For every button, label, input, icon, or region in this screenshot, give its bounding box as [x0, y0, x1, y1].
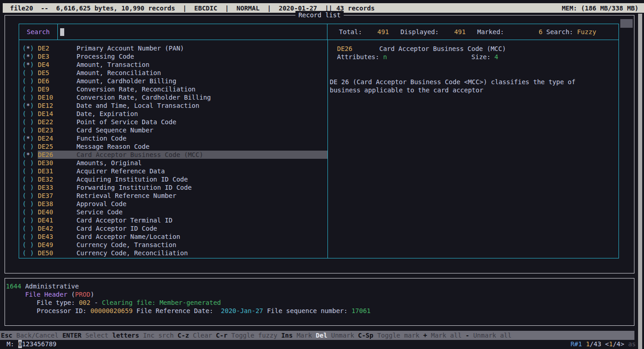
list-item[interactable]: ( )DE22Point of Service Data Code — [19, 118, 327, 126]
preview-line: File Header (PROD) — [6, 290, 634, 298]
list-item[interactable]: ( )DE38Approval Code — [19, 200, 327, 208]
key-hint: - Unmark all — [465, 331, 516, 339]
key-hint: Del Unmark — [316, 331, 358, 339]
mark-checkbox: (*) — [22, 134, 38, 142]
detail-description-line1: DE 26 (Card Acceptor Business Code <MCC>… — [328, 78, 618, 86]
mark-checkbox: ( ) — [22, 192, 38, 200]
mark-checkbox: ( ) — [22, 142, 38, 151]
key-hint: letters Inc srch — [112, 331, 177, 339]
detail-attributes: Attributes: n Size: 4 — [328, 53, 618, 61]
key-hint: Esc Back/Cancel — [1, 331, 62, 339]
list-item[interactable]: (*)DE2Primary Account Number (PAN) — [19, 44, 327, 52]
detail-panel: DE26 Card Acceptor Business Code (MCC) A… — [328, 40, 618, 258]
key-hint: + Mark all — [423, 331, 465, 339]
list-item[interactable]: (*)DE24Function Code — [19, 134, 327, 142]
list-item[interactable]: ( )DE25Message Reason Code — [19, 142, 327, 151]
search-input[interactable] — [58, 24, 327, 40]
mark-checkbox: ( ) — [22, 77, 38, 85]
mark-checkbox: (*) — [22, 101, 38, 110]
record-preview: 1644 Administrative File Header (PROD) F… — [5, 278, 634, 326]
list-item[interactable]: ( )DE49Currency Code, Transaction — [19, 241, 327, 249]
mark-checkbox: ( ) — [22, 69, 38, 77]
list-item[interactable]: ( )DE43Card Acceptor Name/Location — [19, 233, 327, 241]
mark-digits: 123456789 — [22, 340, 56, 348]
list-item[interactable]: (*)DE4Amount, Transaction — [19, 61, 327, 69]
keybinding-bar: Esc Back/Cancel ENTER Select letters Inc… — [0, 331, 634, 340]
list-item[interactable]: ( )DE32Acquiring Institution ID Code — [19, 175, 327, 183]
list-item[interactable]: ( )DE42Card Acceptor ID Code — [19, 224, 327, 233]
key-hint: ENTER Select — [62, 331, 112, 339]
detail-description-line2: business applicable to the card acceptor — [328, 86, 618, 94]
mark-checkbox: ( ) — [22, 208, 38, 216]
key-hint: C-r Toggle fuzzy — [216, 331, 281, 339]
list-item[interactable]: ( )DE6Amount, Cardholder Billing — [19, 77, 327, 85]
mark-checkbox: ( ) — [22, 159, 38, 167]
list-item[interactable]: ( )DE30Amounts, Original — [19, 159, 327, 167]
mark-checkbox: ( ) — [22, 93, 38, 101]
mark-checkbox: ( ) — [22, 241, 38, 249]
preview-line: Processor ID: 00000020659 File Reference… — [6, 307, 634, 315]
list-item[interactable]: ( )DE10Conversion Rate, Cardholder Billi… — [19, 93, 327, 101]
mark-checkbox: ( ) — [22, 224, 38, 233]
mark-checkbox: (*) — [22, 44, 38, 52]
mark-checkbox: (*) — [22, 61, 38, 69]
list-split-area: (*)DE2Primary Account Number (PAN)(*)DE3… — [19, 40, 619, 258]
list-item[interactable]: ( )DE33Forwarding Institution ID Code — [19, 183, 327, 192]
preview-line: 1644 Administrative — [6, 282, 634, 290]
mark-checkbox: ( ) — [22, 126, 38, 134]
list-item[interactable]: ( )DE37Retrieval Reference Number — [19, 192, 327, 200]
mark-prefix: M: — [3, 340, 18, 348]
mark-checkbox: ( ) — [22, 167, 38, 175]
memory-usage: MEM: (186 MB/338 MB) — [562, 4, 639, 12]
list-item[interactable]: ( )DE23Card Sequence Number — [19, 126, 327, 134]
mark-checkbox: (*) — [22, 151, 38, 159]
mark-checkbox: ( ) — [22, 183, 38, 192]
list-item[interactable]: (*)DE12Date and Time, Local Transaction — [19, 101, 327, 110]
mark-checkbox: ( ) — [22, 200, 38, 208]
mark-checkbox: ( ) — [22, 216, 38, 224]
detail-header: DE26 Card Acceptor Business Code (MCC) — [328, 45, 618, 53]
search-label: Search — [19, 24, 58, 40]
list-item[interactable]: ( )DE50Currency Code, Reconciliation — [19, 249, 327, 257]
panel-scrollbar-thumb[interactable] — [620, 19, 633, 28]
mark-checkbox: ( ) — [22, 249, 38, 257]
key-hint: C-z Clear — [178, 331, 216, 339]
key-hint: Ins Mark — [281, 331, 316, 339]
record-list: (*)DE2Primary Account Number (PAN)(*)DE3… — [19, 40, 328, 258]
mark-checkbox: ( ) — [22, 118, 38, 126]
mark-cursor: 0 — [18, 340, 22, 348]
list-item[interactable]: ( )DE41Card Acceptor Terminal ID — [19, 216, 327, 224]
panel-title: Record list — [295, 11, 344, 19]
list-item[interactable]: (*)DE26Card Acceptor Business Code (MCC) — [19, 151, 327, 159]
record-list-panel: Record list Search Total: 491 Displayed:… — [5, 15, 634, 273]
mark-checkbox: ( ) — [22, 85, 38, 93]
list-item[interactable]: ( )DE31Acquirer Reference Data — [19, 167, 327, 175]
list-item[interactable]: ( )DE40Service Code — [19, 208, 327, 216]
terminal-scrollbar[interactable] — [638, 14, 642, 349]
mark-checkbox: ( ) — [22, 175, 38, 183]
mark-checkbox: ( ) — [22, 110, 38, 118]
bottom-line: M: 0123456789 R#1 1/43 <1/4> as — [0, 340, 644, 349]
mark-checkbox: ( ) — [22, 233, 38, 241]
search-row: Search Total: 491 Displayed: 491 Marked:… — [19, 24, 619, 40]
mark-checkbox: (*) — [22, 52, 38, 61]
list-item[interactable]: ( )DE14Date, Expiration — [19, 110, 327, 118]
list-item[interactable]: ( )DE5Amount, Reconciliation — [19, 69, 327, 77]
preview-line: File type: 002 - Clearing file: Member-g… — [6, 298, 634, 307]
list-item[interactable]: ( )DE9Conversion Rate, Reconciliation — [19, 85, 327, 93]
list-stats: Total: 491 Displayed: 491 Marked: 6 Sear… — [327, 24, 618, 40]
key-hint: C-Sp Toggle mark — [358, 331, 423, 339]
mark-indicator: M: 0123456789 — [3, 340, 56, 348]
text-cursor — [60, 28, 64, 36]
position-indicator: R#1 1/43 <1/4> as — [571, 340, 636, 348]
list-item[interactable]: (*)DE3Processing Code — [19, 52, 327, 61]
